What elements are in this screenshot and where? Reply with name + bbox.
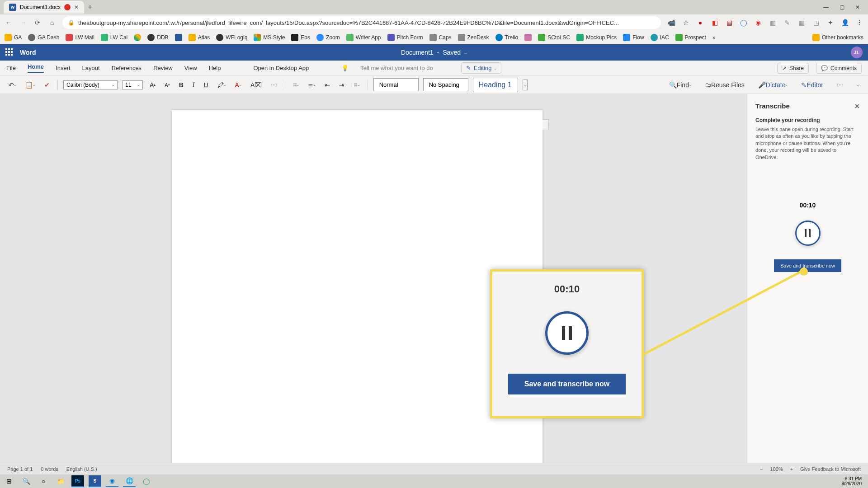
style-nospacing[interactable]: No Spacing [423, 78, 468, 91]
bookmark[interactable] [175, 34, 182, 41]
italic-button[interactable]: I [190, 80, 197, 89]
language-indicator[interactable]: English (U.S.) [66, 466, 97, 472]
close-pane-button[interactable]: ✕ [854, 103, 860, 110]
file-explorer-icon[interactable]: 📁 [54, 475, 67, 487]
more-font-button[interactable]: ⋯ [269, 80, 279, 89]
star-icon[interactable]: ☆ [682, 19, 690, 27]
ext-icon[interactable]: ◳ [812, 19, 820, 27]
bookmark[interactable]: LW Cal [101, 34, 127, 41]
new-tab-button[interactable]: + [88, 3, 93, 12]
tab-view[interactable]: View [184, 65, 197, 71]
bookmark[interactable]: Trello [495, 34, 519, 41]
tab-references[interactable]: References [112, 65, 142, 71]
undo-button[interactable]: ↶⌵ [6, 80, 19, 89]
clear-format-button[interactable]: A⌧ [248, 80, 264, 89]
browser-tab[interactable]: W Document1.docx ✕ [4, 1, 84, 14]
format-painter-button[interactable]: ✔ [42, 80, 52, 89]
camera-icon[interactable]: 📹 [667, 19, 675, 27]
bookmark[interactable] [134, 34, 141, 41]
home-button[interactable]: ⌂ [48, 19, 56, 27]
bookmark[interactable]: Mockup Pics [576, 34, 617, 41]
back-button[interactable]: ← [5, 19, 13, 27]
bookmark[interactable]: ZenDesk [458, 34, 489, 41]
font-size-select[interactable]: 11⌵ [122, 80, 143, 89]
chevron-down-icon[interactable]: ⌵ [464, 50, 467, 55]
ext-icon[interactable]: ▥ [769, 19, 777, 27]
shrink-font-button[interactable]: A▾ [162, 81, 172, 89]
chrome-icon[interactable]: 🌐 [123, 475, 136, 487]
page[interactable] [172, 110, 542, 463]
bookmark[interactable]: Pitch Form [387, 34, 423, 41]
zoom-out-button[interactable]: − [760, 466, 763, 472]
styles-more-button[interactable]: ⌵ [523, 80, 528, 90]
flipboard-icon[interactable]: ◧ [711, 19, 719, 27]
forward-button[interactable]: → [19, 19, 27, 27]
tab-file[interactable]: File [6, 65, 16, 71]
edge-icon[interactable]: ◉ [106, 475, 118, 487]
bold-button[interactable]: B [177, 80, 186, 89]
bullets-button[interactable]: ≡⌵ [291, 80, 301, 89]
tab-home[interactable]: Home [28, 63, 44, 73]
style-normal[interactable]: Normal [373, 78, 419, 91]
start-button[interactable]: ⊞ [3, 475, 15, 487]
bookmark[interactable]: Zoom [316, 34, 340, 41]
bookmark[interactable]: GA Dash [28, 34, 59, 41]
photoshop-icon[interactable]: Ps [71, 475, 84, 487]
bookmark[interactable]: MS Style [254, 34, 285, 41]
bookmark[interactable]: Atlas [189, 34, 210, 41]
ext-icon[interactable]: ◉ [754, 19, 762, 27]
ext-icon[interactable]: ▦ [797, 19, 806, 27]
underline-button[interactable]: U [201, 80, 210, 89]
pdf-icon[interactable]: ▤ [725, 19, 733, 27]
tab-insert[interactable]: Insert [56, 65, 71, 71]
page-indicator[interactable]: Page 1 of 1 [7, 466, 33, 472]
extensions-icon[interactable]: ✦ [826, 19, 835, 27]
feedback-link[interactable]: Give Feedback to Microsoft [800, 466, 861, 472]
dictate-button[interactable]: 🎤 Dictate ⌵ [756, 80, 790, 89]
bookmark[interactable]: Caps [429, 34, 452, 41]
zoom-in-button[interactable]: + [790, 466, 793, 472]
document-title[interactable]: Document1 [401, 49, 434, 56]
bookmark[interactable]: WFLogiq [216, 34, 247, 41]
bookmark[interactable]: SCtoLSC [538, 34, 570, 41]
close-tab-icon[interactable]: ✕ [74, 4, 79, 10]
bookmark[interactable]: Flow [623, 34, 644, 41]
tab-review[interactable]: Review [153, 65, 173, 71]
find-button[interactable]: 🔍 Find ⌵ [667, 80, 693, 89]
pinterest-icon[interactable]: ● [696, 19, 704, 27]
bookmark[interactable]: Prospect [675, 34, 706, 41]
tab-layout[interactable]: Layout [82, 65, 100, 71]
font-family-select[interactable]: Calibri (Body)⌵ [63, 80, 118, 89]
bookmark[interactable]: DDB [147, 34, 168, 41]
app-icon[interactable]: ◯ [140, 475, 153, 487]
profile-icon[interactable]: 👤 [841, 19, 849, 27]
cortana-button[interactable]: ○ [37, 475, 50, 487]
highlight-button[interactable]: 🖍⌵ [215, 80, 228, 89]
outdent-button[interactable]: ⇤ [322, 80, 332, 89]
open-desktop-button[interactable]: Open in Desktop App [253, 65, 309, 71]
ext-icon[interactable]: ✎ [783, 19, 791, 27]
callout-pause-button[interactable] [545, 311, 589, 355]
app-launcher-icon[interactable] [5, 48, 14, 56]
ext-icon[interactable]: ◯ [740, 19, 748, 27]
bookmark[interactable]: GA [5, 34, 22, 41]
ribbon-overflow-button[interactable]: ⋯ [835, 80, 845, 89]
font-color-button[interactable]: A⌵ [233, 80, 244, 89]
word-count[interactable]: 0 words [41, 466, 58, 472]
share-button[interactable]: ↗Share [777, 63, 809, 74]
grow-font-button[interactable]: A▴ [147, 80, 158, 89]
reload-button[interactable]: ⟳ [33, 19, 42, 27]
bookmark[interactable]: Eos [291, 34, 310, 41]
search-button[interactable]: 🔍 [20, 475, 33, 487]
tab-help[interactable]: Help [209, 65, 221, 71]
bookmark[interactable]: LW Mail [66, 34, 94, 41]
bookmark[interactable]: IAC [651, 34, 669, 41]
bookmark[interactable] [524, 34, 532, 41]
window-close-button[interactable]: ✕ [855, 4, 860, 10]
editor-button[interactable]: ✎ Editor [799, 80, 826, 89]
snagit-icon[interactable]: S [89, 475, 101, 487]
indent-button[interactable]: ⇥ [337, 80, 347, 89]
ribbon-collapse-button[interactable]: ⌵ [854, 81, 862, 88]
paste-button[interactable]: 📋⌵ [23, 80, 38, 89]
editing-mode-dropdown[interactable]: ✎ Editing ⌵ [461, 62, 502, 74]
